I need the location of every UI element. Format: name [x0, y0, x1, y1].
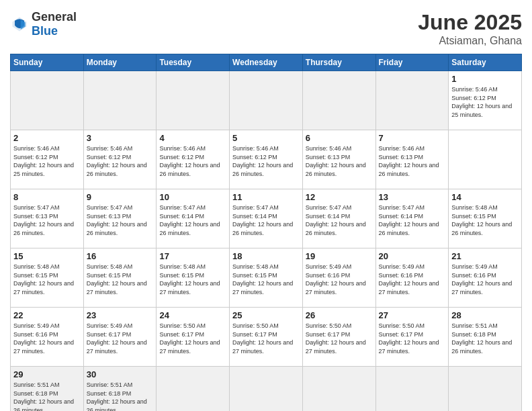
calendar-day-cell: 30 Sunrise: 5:51 AM Sunset: 6:18 PM Dayl… [83, 367, 157, 412]
logo-general: General [32, 10, 77, 24]
calendar-day-cell: 15 Sunrise: 5:48 AM Sunset: 6:15 PM Dayl… [11, 248, 84, 308]
day-info: Sunrise: 5:49 AM Sunset: 6:16 PM Dayligh… [13, 322, 81, 355]
calendar-day-cell: 13 Sunrise: 5:47 AM Sunset: 6:14 PM Dayl… [375, 189, 449, 248]
calendar-day-cell: 10 Sunrise: 5:47 AM Sunset: 6:14 PM Dayl… [157, 189, 230, 248]
day-number: 3 [87, 133, 154, 143]
day-number: 25 [232, 310, 300, 320]
logo-text: General Blue [32, 10, 77, 38]
day-info: Sunrise: 5:49 AM Sunset: 6:16 PM Dayligh… [451, 263, 519, 296]
calendar-day-cell: 18 Sunrise: 5:48 AM Sunset: 6:15 PM Dayl… [230, 248, 303, 308]
calendar-day-cell: 28 Sunrise: 5:51 AM Sunset: 6:18 PM Dayl… [449, 308, 522, 367]
calendar-day-cell: 22 Sunrise: 5:49 AM Sunset: 6:16 PM Dayl… [11, 308, 84, 367]
day-number: 4 [159, 133, 226, 143]
day-number: 26 [306, 310, 373, 320]
calendar-empty-cell [302, 71, 375, 130]
calendar-day-header: Friday [375, 54, 449, 71]
logo-blue: Blue [32, 24, 58, 38]
day-number: 13 [379, 192, 446, 202]
calendar-empty-cell [230, 367, 303, 412]
calendar: SundayMondayTuesdayWednesdayThursdayFrid… [10, 54, 522, 411]
calendar-day-header: Sunday [11, 54, 84, 71]
day-info: Sunrise: 5:46 AM Sunset: 6:12 PM Dayligh… [159, 144, 226, 178]
calendar-week-row: 8 Sunrise: 5:47 AM Sunset: 6:13 PM Dayli… [11, 189, 522, 248]
day-info: Sunrise: 5:50 AM Sunset: 6:17 PM Dayligh… [306, 322, 373, 355]
calendar-day-cell: 27 Sunrise: 5:50 AM Sunset: 6:17 PM Dayl… [375, 308, 449, 367]
calendar-day-cell: 11 Sunrise: 5:47 AM Sunset: 6:14 PM Dayl… [230, 189, 303, 248]
title-block: June 2025 Atsiaman, Ghana [418, 10, 522, 47]
calendar-empty-cell [375, 71, 449, 130]
day-number: 9 [87, 192, 154, 202]
day-number: 14 [451, 192, 519, 202]
calendar-day-cell: 23 Sunrise: 5:49 AM Sunset: 6:17 PM Dayl… [83, 308, 157, 367]
calendar-day-cell: 26 Sunrise: 5:50 AM Sunset: 6:17 PM Dayl… [302, 308, 375, 367]
calendar-day-cell: 21 Sunrise: 5:49 AM Sunset: 6:16 PM Dayl… [449, 248, 522, 308]
day-info: Sunrise: 5:46 AM Sunset: 6:12 PM Dayligh… [13, 144, 81, 178]
day-info: Sunrise: 5:46 AM Sunset: 6:13 PM Dayligh… [379, 144, 446, 178]
calendar-day-cell: 9 Sunrise: 5:47 AM Sunset: 6:13 PM Dayli… [83, 189, 157, 248]
day-number: 5 [232, 133, 300, 143]
day-number: 20 [379, 251, 446, 261]
calendar-empty-cell [157, 71, 230, 130]
day-number: 23 [87, 310, 154, 320]
calendar-day-header: Wednesday [230, 54, 303, 71]
calendar-week-row: 2 Sunrise: 5:46 AM Sunset: 6:12 PM Dayli… [11, 130, 522, 189]
day-number: 12 [306, 192, 373, 202]
calendar-day-header: Monday [83, 54, 157, 71]
day-number: 11 [232, 192, 300, 202]
calendar-day-cell: 25 Sunrise: 5:50 AM Sunset: 6:17 PM Dayl… [230, 308, 303, 367]
day-info: Sunrise: 5:48 AM Sunset: 6:15 PM Dayligh… [159, 263, 226, 296]
logo-icon [10, 15, 29, 34]
calendar-day-cell: 20 Sunrise: 5:49 AM Sunset: 6:16 PM Dayl… [375, 248, 449, 308]
calendar-empty-cell [230, 71, 303, 130]
calendar-empty-cell [375, 367, 449, 412]
day-info: Sunrise: 5:51 AM Sunset: 6:18 PM Dayligh… [13, 381, 81, 411]
day-info: Sunrise: 5:50 AM Sunset: 6:17 PM Dayligh… [159, 322, 226, 355]
calendar-day-cell: 5 Sunrise: 5:46 AM Sunset: 6:12 PM Dayli… [230, 130, 303, 189]
calendar-day-cell: 6 Sunrise: 5:46 AM Sunset: 6:13 PM Dayli… [302, 130, 375, 189]
day-number: 8 [13, 192, 81, 202]
calendar-day-cell: 1 Sunrise: 5:46 AM Sunset: 6:12 PM Dayli… [449, 71, 522, 130]
calendar-header-row: SundayMondayTuesdayWednesdayThursdayFrid… [11, 54, 522, 71]
calendar-day-cell: 4 Sunrise: 5:46 AM Sunset: 6:12 PM Dayli… [157, 130, 230, 189]
day-number: 2 [13, 133, 81, 143]
calendar-day-cell: 24 Sunrise: 5:50 AM Sunset: 6:17 PM Dayl… [157, 308, 230, 367]
calendar-day-header: Tuesday [157, 54, 230, 71]
day-number: 16 [87, 251, 154, 261]
calendar-day-header: Thursday [302, 54, 375, 71]
day-number: 18 [232, 251, 300, 261]
day-info: Sunrise: 5:46 AM Sunset: 6:12 PM Dayligh… [232, 144, 300, 178]
day-info: Sunrise: 5:47 AM Sunset: 6:13 PM Dayligh… [87, 203, 154, 237]
calendar-day-cell: 14 Sunrise: 5:48 AM Sunset: 6:15 PM Dayl… [449, 189, 522, 248]
day-number: 22 [13, 310, 81, 320]
day-number: 29 [13, 369, 81, 379]
calendar-day-cell: 12 Sunrise: 5:47 AM Sunset: 6:14 PM Dayl… [302, 189, 375, 248]
day-info: Sunrise: 5:46 AM Sunset: 6:12 PM Dayligh… [451, 85, 519, 119]
header: General Blue June 2025 Atsiaman, Ghana [10, 10, 522, 47]
day-info: Sunrise: 5:46 AM Sunset: 6:13 PM Dayligh… [306, 144, 373, 178]
day-info: Sunrise: 5:48 AM Sunset: 6:15 PM Dayligh… [13, 263, 81, 296]
calendar-day-cell: 29 Sunrise: 5:51 AM Sunset: 6:18 PM Dayl… [11, 367, 84, 412]
calendar-day-header: Saturday [449, 54, 522, 71]
calendar-week-row: 1 Sunrise: 5:46 AM Sunset: 6:12 PM Dayli… [11, 71, 522, 130]
calendar-day-cell: 3 Sunrise: 5:46 AM Sunset: 6:12 PM Dayli… [83, 130, 157, 189]
day-info: Sunrise: 5:47 AM Sunset: 6:14 PM Dayligh… [232, 203, 300, 237]
day-number: 10 [159, 192, 226, 202]
day-info: Sunrise: 5:48 AM Sunset: 6:15 PM Dayligh… [87, 263, 154, 296]
day-info: Sunrise: 5:49 AM Sunset: 6:16 PM Dayligh… [379, 263, 446, 296]
calendar-day-cell: 2 Sunrise: 5:46 AM Sunset: 6:12 PM Dayli… [11, 130, 84, 189]
calendar-empty-cell [449, 367, 522, 412]
location: Atsiaman, Ghana [418, 35, 522, 47]
calendar-week-row: 22 Sunrise: 5:49 AM Sunset: 6:16 PM Dayl… [11, 308, 522, 367]
day-info: Sunrise: 5:48 AM Sunset: 6:15 PM Dayligh… [451, 203, 519, 237]
calendar-week-row: 29 Sunrise: 5:51 AM Sunset: 6:18 PM Dayl… [11, 367, 522, 412]
day-number: 6 [306, 133, 373, 143]
day-number: 21 [451, 251, 519, 261]
calendar-day-cell: 19 Sunrise: 5:49 AM Sunset: 6:16 PM Dayl… [302, 248, 375, 308]
day-number: 15 [13, 251, 81, 261]
calendar-empty-cell [11, 71, 84, 130]
day-info: Sunrise: 5:48 AM Sunset: 6:15 PM Dayligh… [232, 263, 300, 296]
day-number: 19 [306, 251, 373, 261]
day-info: Sunrise: 5:51 AM Sunset: 6:18 PM Dayligh… [451, 322, 519, 355]
calendar-week-row: 15 Sunrise: 5:48 AM Sunset: 6:15 PM Dayl… [11, 248, 522, 308]
day-number: 1 [451, 74, 519, 84]
